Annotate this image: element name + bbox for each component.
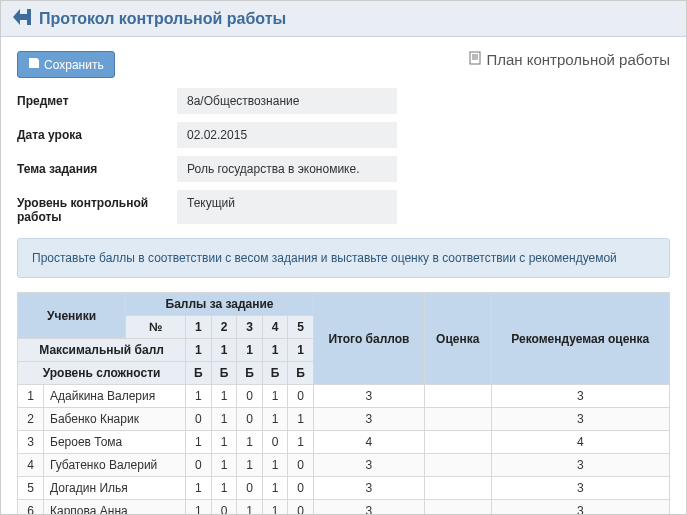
- back-icon[interactable]: [13, 9, 31, 28]
- col-number: №: [126, 316, 186, 339]
- score-cell[interactable]: 1: [211, 454, 237, 477]
- grade-cell[interactable]: [425, 500, 492, 516]
- score-cell[interactable]: 0: [211, 500, 237, 516]
- recommended-cell: 4: [491, 431, 669, 454]
- table-row: 2Бабенко Кнарик0101133: [18, 408, 670, 431]
- score-cell[interactable]: 1: [211, 408, 237, 431]
- score-cell[interactable]: 1: [237, 500, 263, 516]
- score-cell[interactable]: 1: [262, 385, 288, 408]
- table-row: 3Бероев Тома1110144: [18, 431, 670, 454]
- col-students: Ученики: [18, 293, 126, 339]
- score-cell[interactable]: 1: [262, 408, 288, 431]
- score-cell[interactable]: 1: [211, 477, 237, 500]
- grade-cell[interactable]: [425, 408, 492, 431]
- total-cell: 3: [313, 385, 424, 408]
- score-cell[interactable]: 0: [186, 454, 212, 477]
- table-row: 6Карпова Анна1011033: [18, 500, 670, 516]
- score-cell[interactable]: 1: [186, 385, 212, 408]
- recommended-cell: 3: [491, 500, 669, 516]
- col-recommended: Рекомендуемая оценка: [491, 293, 669, 385]
- max-2: 1: [211, 339, 237, 362]
- total-cell: 3: [313, 500, 424, 516]
- recommended-cell: 3: [491, 385, 669, 408]
- score-cell[interactable]: 1: [211, 431, 237, 454]
- topic-label: Тема задания: [17, 156, 177, 182]
- total-cell: 3: [313, 477, 424, 500]
- score-cell[interactable]: 1: [186, 500, 212, 516]
- total-cell: 3: [313, 454, 424, 477]
- save-icon: [28, 57, 40, 72]
- col-points: Баллы за задание: [126, 293, 314, 316]
- date-value: 02.02.2015: [177, 122, 397, 148]
- row-number: 1: [18, 385, 44, 408]
- page-header: Протокол контрольной работы: [1, 1, 686, 37]
- score-cell[interactable]: 0: [237, 385, 263, 408]
- student-name: Губатенко Валерий: [44, 454, 186, 477]
- diff-4: Б: [262, 362, 288, 385]
- subject-label: Предмет: [17, 88, 177, 114]
- grade-cell[interactable]: [425, 431, 492, 454]
- save-button-label: Сохранить: [44, 58, 104, 72]
- plan-link-label: План контрольной работы: [486, 51, 670, 68]
- score-cell[interactable]: 0: [288, 454, 314, 477]
- grade-cell[interactable]: [425, 385, 492, 408]
- task-col-3: 3: [237, 316, 263, 339]
- grade-cell[interactable]: [425, 454, 492, 477]
- student-name: Карпова Анна: [44, 500, 186, 516]
- score-cell[interactable]: 1: [237, 454, 263, 477]
- grade-cell[interactable]: [425, 477, 492, 500]
- col-total: Итого баллов: [313, 293, 424, 385]
- recommended-cell: 3: [491, 477, 669, 500]
- score-cell[interactable]: 1: [288, 408, 314, 431]
- max-1: 1: [186, 339, 212, 362]
- grades-table: Ученики Баллы за задание Итого баллов Оц…: [17, 292, 670, 515]
- student-name: Адайкина Валерия: [44, 385, 186, 408]
- max-4: 1: [262, 339, 288, 362]
- total-cell: 3: [313, 408, 424, 431]
- score-cell[interactable]: 1: [262, 454, 288, 477]
- date-label: Дата урока: [17, 122, 177, 148]
- student-name: Догадин Илья: [44, 477, 186, 500]
- score-cell[interactable]: 0: [288, 385, 314, 408]
- row-number: 6: [18, 500, 44, 516]
- row-maxlabel: Максимальный балл: [18, 339, 186, 362]
- diff-1: Б: [186, 362, 212, 385]
- total-cell: 4: [313, 431, 424, 454]
- student-name: Бероев Тома: [44, 431, 186, 454]
- score-cell[interactable]: 0: [288, 477, 314, 500]
- score-cell[interactable]: 0: [186, 408, 212, 431]
- score-cell[interactable]: 0: [237, 477, 263, 500]
- row-number: 5: [18, 477, 44, 500]
- score-cell[interactable]: 0: [288, 500, 314, 516]
- score-cell[interactable]: 1: [288, 431, 314, 454]
- row-difflabel: Уровень сложности: [18, 362, 186, 385]
- svg-rect-0: [470, 52, 480, 64]
- score-cell[interactable]: 1: [211, 385, 237, 408]
- task-col-5: 5: [288, 316, 314, 339]
- student-name: Бабенко Кнарик: [44, 408, 186, 431]
- task-col-2: 2: [211, 316, 237, 339]
- score-cell[interactable]: 1: [237, 431, 263, 454]
- row-number: 3: [18, 431, 44, 454]
- diff-3: Б: [237, 362, 263, 385]
- task-col-1: 1: [186, 316, 212, 339]
- diff-5: Б: [288, 362, 314, 385]
- level-label: Уровень контрольной работы: [17, 190, 177, 224]
- score-cell[interactable]: 1: [186, 431, 212, 454]
- row-number: 4: [18, 454, 44, 477]
- subject-value: 8а/Обществознание: [177, 88, 397, 114]
- document-icon: [468, 51, 482, 68]
- level-value: Текущий: [177, 190, 397, 224]
- score-cell[interactable]: 1: [262, 477, 288, 500]
- table-row: 5Догадин Илья1101033: [18, 477, 670, 500]
- score-cell[interactable]: 1: [262, 500, 288, 516]
- score-cell[interactable]: 0: [262, 431, 288, 454]
- table-row: 4Губатенко Валерий0111033: [18, 454, 670, 477]
- plan-link[interactable]: План контрольной работы: [468, 51, 670, 68]
- score-cell[interactable]: 0: [237, 408, 263, 431]
- score-cell[interactable]: 1: [186, 477, 212, 500]
- save-button[interactable]: Сохранить: [17, 51, 115, 78]
- recommended-cell: 3: [491, 454, 669, 477]
- hint-box: Проставьте баллы в соответствии с весом …: [17, 238, 670, 278]
- topic-value: Роль государства в экономике.: [177, 156, 397, 182]
